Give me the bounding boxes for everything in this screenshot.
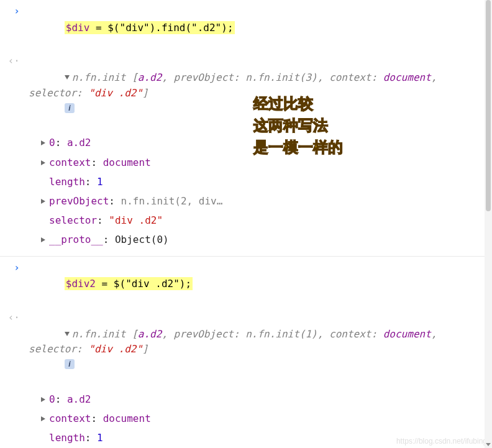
text: n.fn.init(1) [245, 328, 317, 340]
output-row-2[interactable]: ‹· n.fn.init [a.d2, prevObject: n.fn.ini… [0, 310, 492, 390]
prop-key: 0 [49, 393, 55, 405]
chevron-left-icon: ‹· [0, 311, 29, 323]
output-summary-1[interactable]: n.fn.init [a.d2, prevObject: n.fn.init(3… [29, 55, 492, 132]
prop-context[interactable]: context: document [41, 409, 492, 428]
prop-key: context [49, 413, 91, 424]
prop-val: n.fn.init( [121, 195, 181, 207]
prop-selector: selector: "div .d2" [41, 211, 492, 230]
expand-icon[interactable] [41, 237, 45, 242]
info-icon[interactable]: i [65, 103, 75, 113]
text: n.fn.init [ [72, 71, 138, 83]
code-token: = $("div").find(".d2"); [89, 22, 233, 34]
text: document [383, 71, 431, 83]
prop-prevobject[interactable]: prevObject: n.fn.init(2, div… [41, 191, 492, 211]
code-token: = $("div .d2"); [96, 278, 191, 290]
text: , context: [317, 71, 383, 83]
prop-index[interactable]: 0: a.d2 [41, 390, 492, 409]
prop-key: length [49, 432, 85, 444]
text: a.d2 [138, 71, 162, 83]
scrollbar-thumb[interactable] [486, 0, 491, 211]
prop-key: __proto__ [49, 234, 103, 245]
expand-icon[interactable] [41, 140, 45, 145]
code-token: $div2 [66, 278, 96, 290]
output-summary-2[interactable]: n.fn.init [a.d2, prevObject: n.fn.init(1… [29, 311, 492, 388]
prop-context[interactable]: context: document [41, 153, 492, 172]
prop-val: document [103, 157, 151, 168]
text: document [383, 328, 431, 340]
input-row-1[interactable]: › $div = $("div").find(".d2"); [0, 4, 492, 53]
text: "div .d2" [88, 343, 142, 355]
watermark: https://blog.csdn.net/ifubing [396, 437, 487, 446]
prop-key: selector [49, 214, 97, 226]
input-code-2[interactable]: $div2 = $("div .d2"); [29, 262, 492, 308]
text: , prevObject: [162, 328, 245, 340]
prop-key: prevObject [49, 195, 109, 207]
info-icon[interactable]: i [65, 359, 75, 369]
expand-icon[interactable] [41, 416, 45, 421]
chevron-left-icon: ‹· [0, 55, 29, 66]
props-1: 0: a.d2 context: document length: 1 prev… [41, 133, 492, 249]
expand-toggle-icon[interactable] [65, 332, 70, 336]
scrollbar[interactable] [485, 0, 492, 448]
chevron-right-icon: › [0, 5, 29, 17]
expand-icon[interactable] [41, 397, 45, 402]
scroll-down-icon[interactable] [485, 441, 492, 448]
text: n.fn.init(3) [245, 71, 317, 83]
expand-toggle-icon[interactable] [65, 75, 70, 80]
input-code-1[interactable]: $div = $("div").find(".d2"); [29, 5, 492, 51]
prop-val: 2, div… [181, 195, 222, 207]
expand-icon[interactable] [41, 199, 45, 204]
text: , prevObject: [162, 71, 245, 83]
prop-val: "div .d2" [109, 214, 163, 226]
prop-length: length: 1 [41, 172, 492, 191]
prop-val: a.d2 [67, 393, 91, 405]
input-row-2[interactable]: › $div2 = $("div .d2"); [0, 260, 492, 310]
prop-val: 1 [97, 176, 103, 188]
prop-val: document [103, 413, 151, 424]
console-block-2: › $div2 = $("div .d2"); ‹· n.fn.init [a.… [0, 257, 492, 449]
text: a.d2 [138, 328, 162, 340]
text: ] [142, 343, 148, 355]
prop-val: a.d2 [67, 137, 91, 149]
chevron-right-icon: › [0, 262, 29, 273]
prop-val: Object(0) [115, 234, 169, 245]
prop-proto[interactable]: __proto__: Object(0) [41, 230, 492, 249]
prop-key: 0 [49, 137, 55, 149]
prop-key: context [49, 157, 91, 168]
prop-index[interactable]: 0: a.d2 [41, 133, 492, 152]
console-block-1: › $div = $("div").find(".d2"); ‹· n.fn.i… [0, 0, 492, 257]
prop-key: length [49, 176, 85, 188]
text: "div .d2" [88, 87, 142, 99]
code-token: $div [66, 22, 90, 34]
text: , context: [317, 328, 383, 340]
text: ] [142, 87, 148, 99]
expand-icon[interactable] [41, 160, 45, 165]
text: n.fn.init [ [72, 328, 138, 340]
output-row-1[interactable]: ‹· n.fn.init [a.d2, prevObject: n.fn.ini… [0, 53, 492, 133]
prop-val: 1 [97, 432, 103, 444]
